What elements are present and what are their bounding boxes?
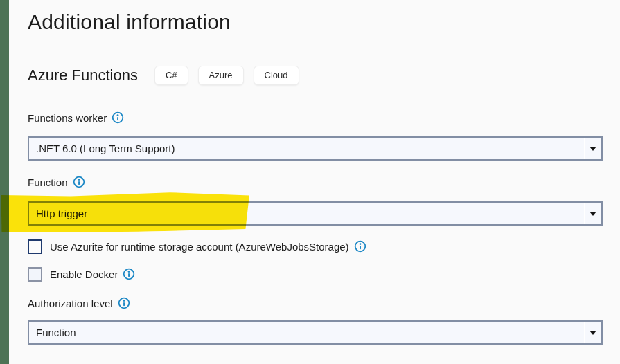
dropdown-arrow-zone[interactable] [584,138,601,159]
authorization-level-value: Function [29,327,76,338]
chevron-down-icon [590,147,596,151]
info-icon[interactable] [112,111,124,124]
tag-azure: Azure [198,66,244,85]
dropdown-arrow-zone[interactable] [584,203,601,224]
function-label-row: Function [28,175,603,189]
functions-worker-value: .NET 6.0 (Long Term Support) [29,143,175,154]
docker-checkbox-row: Enable Docker [28,266,603,282]
info-icon[interactable] [123,268,135,280]
authorization-level-label: Authorization level [28,298,113,309]
info-icon[interactable] [354,240,366,253]
functions-worker-dropdown[interactable]: .NET 6.0 (Long Term Support) [28,136,603,161]
dropdown-arrow-zone[interactable] [584,322,601,343]
window-edge-strip [0,0,9,364]
chevron-down-icon [590,331,596,335]
authorization-level-label-row: Authorization level [28,296,603,310]
page-title: Additional information [28,9,603,35]
info-icon[interactable] [118,297,130,309]
template-header: Azure Functions C# Azure Cloud [28,66,603,85]
functions-worker-label: Functions worker [28,112,107,124]
tag-cloud: Cloud [254,66,299,85]
function-dropdown[interactable]: Http trigger [28,201,603,226]
function-label: Function [28,176,68,188]
additional-information-pane: Additional information Azure Functions C… [0,0,620,345]
template-name: Azure Functions [28,66,138,84]
info-icon[interactable] [73,176,85,188]
tag-csharp: C# [154,66,188,85]
azurite-checkbox-label: Use Azurite for runtime storage account … [50,241,349,253]
functions-worker-label-row: Functions worker [28,111,603,125]
docker-checkbox[interactable] [28,267,42,282]
function-value: Http trigger [29,208,87,219]
docker-checkbox-label: Enable Docker [50,269,118,280]
azurite-checkbox-row: Use Azurite for runtime storage account … [28,239,603,254]
authorization-level-dropdown[interactable]: Function [28,320,603,345]
chevron-down-icon [590,212,596,216]
azurite-checkbox[interactable] [28,239,42,254]
